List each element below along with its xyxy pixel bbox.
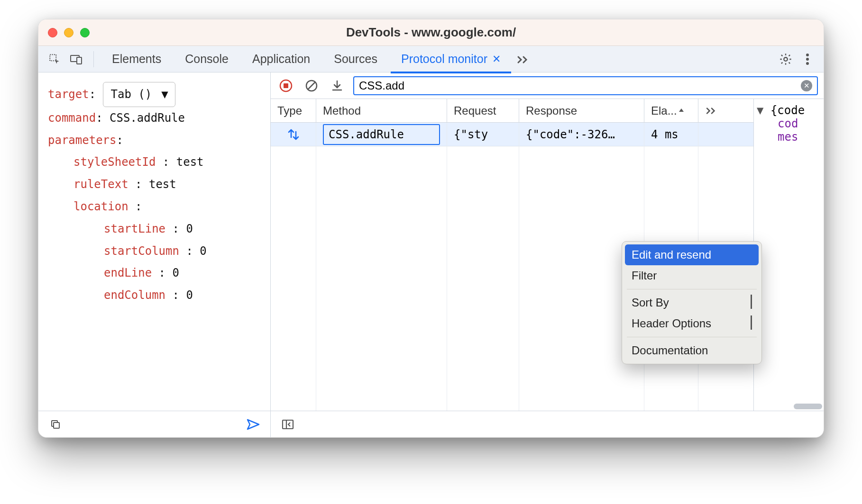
tab-label: Elements — [112, 52, 161, 66]
col-header-elapsed[interactable]: Ela... — [644, 99, 698, 122]
svg-line-12 — [308, 82, 315, 90]
param-value: test — [149, 178, 176, 191]
minimize-window-button[interactable] — [64, 28, 73, 37]
tab-protocol-monitor[interactable]: Protocol monitor ✕ — [391, 47, 511, 73]
row-method: CSS.addRule — [316, 123, 447, 146]
param-value: 0 — [200, 244, 206, 258]
chevron-down-icon: ▼ — [161, 83, 168, 106]
tab-label: Protocol monitor — [401, 52, 487, 66]
col-header-response[interactable]: Response — [519, 99, 644, 122]
row-elapsed: 4 ms — [644, 123, 698, 146]
details-key: mes — [778, 130, 798, 144]
horizontal-scrollbar[interactable] — [794, 404, 822, 409]
clear-log-icon[interactable] — [302, 76, 321, 95]
window-title: DevTools - www.google.com/ — [38, 25, 824, 40]
zoom-window-button[interactable] — [80, 28, 90, 37]
toggle-sidebar-icon[interactable] — [278, 415, 297, 434]
kebab-menu-icon[interactable] — [798, 50, 817, 69]
svg-rect-2 — [77, 57, 82, 64]
separator — [93, 51, 94, 67]
menu-filter[interactable]: Filter — [625, 265, 759, 286]
command-value: CSS.addRule — [110, 111, 185, 125]
tab-label: Sources — [334, 52, 377, 66]
settings-icon[interactable] — [776, 50, 795, 69]
filter-input-wrapper: ✕ — [353, 76, 818, 95]
log-footer — [271, 411, 824, 437]
command-key: command — [48, 111, 96, 125]
menu-separator — [627, 337, 757, 337]
param-key: ruleText — [73, 178, 128, 191]
clear-filter-icon[interactable]: ✕ — [801, 80, 812, 91]
caret-down-icon[interactable]: ▼ — [757, 104, 770, 117]
row-response: {"code":-326… — [519, 123, 644, 146]
window-controls — [48, 28, 90, 37]
parameters-key: parameters — [48, 134, 117, 147]
param-key: startLine — [104, 222, 165, 235]
tab-elements[interactable]: Elements — [101, 46, 172, 72]
device-toolbar-icon[interactable] — [67, 50, 86, 69]
log-toolbar: ✕ — [271, 72, 824, 99]
details-root: {code — [770, 104, 805, 117]
filter-input[interactable] — [359, 79, 796, 92]
chevron-right-icon — [751, 317, 752, 330]
col-header-type[interactable]: Type — [271, 99, 316, 122]
menu-documentation[interactable]: Documentation — [625, 340, 759, 361]
copy-icon[interactable] — [46, 415, 65, 434]
target-select[interactable]: Tab () ▼ — [103, 82, 175, 107]
details-pane[interactable]: ▼ {code cod mes — [753, 99, 824, 411]
menu-header-options[interactable]: Header Options — [625, 313, 759, 334]
svg-rect-10 — [284, 83, 288, 88]
protocol-log-pane: ✕ Type Method Request Response Ela... — [271, 72, 824, 437]
target-value: Tab () — [111, 83, 152, 106]
param-value: 0 — [186, 288, 193, 302]
menu-separator — [627, 289, 757, 289]
param-key: endLine — [104, 266, 152, 279]
param-key: endColumn — [104, 288, 165, 302]
col-header-request[interactable]: Request — [447, 99, 519, 122]
details-key: cod — [778, 117, 798, 130]
log-row[interactable]: CSS.addRule {"sty {"code":-326… 4 ms — [271, 123, 753, 146]
param-value: test — [176, 155, 204, 169]
more-tabs-icon[interactable] — [514, 50, 533, 69]
svg-rect-8 — [54, 423, 59, 428]
tab-sources[interactable]: Sources — [323, 46, 388, 72]
param-key: location — [73, 200, 128, 213]
svg-point-3 — [784, 57, 787, 61]
record-button[interactable] — [276, 76, 295, 95]
param-key: startColumn — [104, 244, 179, 258]
row-type-icon — [271, 123, 316, 146]
menu-sort-by[interactable]: Sort By — [625, 292, 759, 313]
svg-point-4 — [806, 54, 809, 56]
command-editor-pane: target: Tab () ▼ command: CSS.addRule pa… — [38, 72, 271, 437]
download-icon[interactable] — [328, 76, 347, 95]
grid-header: Type Method Request Response Ela... — [271, 99, 753, 123]
target-key: target — [48, 88, 89, 101]
param-value: 0 — [186, 222, 193, 235]
editor-footer — [38, 411, 270, 437]
row-request: {"sty — [447, 123, 519, 146]
col-header-method[interactable]: Method — [316, 99, 447, 122]
tab-console[interactable]: Console — [174, 46, 239, 72]
tab-application[interactable]: Application — [242, 46, 321, 72]
close-window-button[interactable] — [48, 28, 57, 37]
devtools-toolbar: Elements Console Application Sources Pro… — [38, 46, 824, 72]
sort-asc-icon — [678, 108, 685, 114]
menu-edit-resend[interactable]: Edit and resend — [625, 244, 759, 265]
titlebar: DevTools - www.google.com/ — [38, 19, 824, 46]
context-menu: Edit and resend Filter Sort By Header Op… — [622, 241, 762, 364]
svg-point-5 — [806, 58, 809, 61]
chevron-right-icon — [751, 296, 752, 309]
more-columns-icon[interactable] — [698, 99, 753, 122]
command-editor[interactable]: target: Tab () ▼ command: CSS.addRule pa… — [38, 72, 270, 411]
send-command-button[interactable] — [244, 415, 263, 434]
inspect-element-icon[interactable] — [45, 50, 64, 69]
devtools-window: DevTools - www.google.com/ Elements Cons… — [38, 19, 824, 438]
svg-point-6 — [806, 62, 809, 65]
param-value: 0 — [173, 266, 179, 279]
param-key: styleSheetId — [73, 155, 156, 169]
tab-label: Application — [252, 52, 310, 66]
close-tab-icon[interactable]: ✕ — [492, 53, 501, 65]
tab-label: Console — [185, 52, 229, 66]
